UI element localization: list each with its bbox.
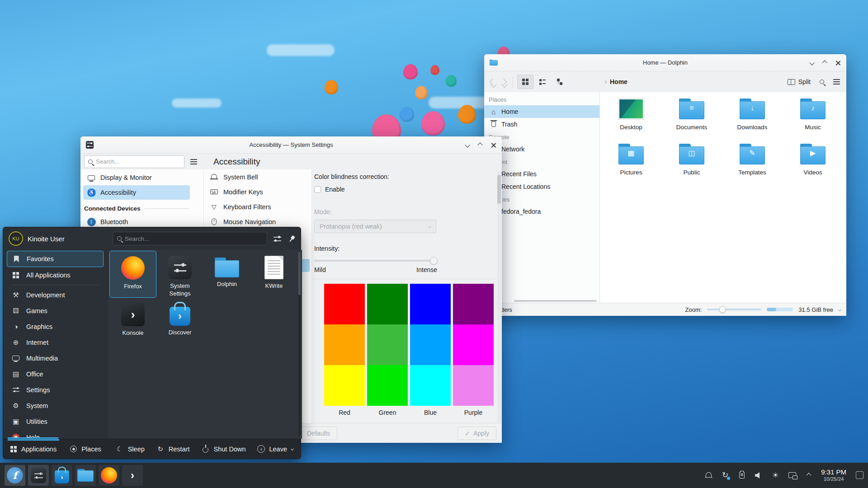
grid-scrollbar[interactable] bbox=[298, 252, 301, 436]
category-internet[interactable]: ⊕ Internet bbox=[7, 334, 104, 350]
subpage-modifier-keys[interactable]: Modifier Keys bbox=[204, 184, 311, 199]
category-system[interactable]: ⚙ System bbox=[7, 398, 104, 413]
places-item-trash[interactable]: Trash bbox=[484, 118, 599, 131]
category-favorites[interactable]: Favorites bbox=[7, 251, 104, 267]
accessibility-icon: ♿ bbox=[87, 188, 96, 197]
app-kwrite[interactable]: KWrite bbox=[250, 251, 297, 298]
launcher-search-box[interactable] bbox=[113, 232, 267, 245]
task-konsole[interactable]: › bbox=[122, 465, 143, 486]
zoom-slider[interactable] bbox=[707, 309, 761, 310]
application-launcher: KU Kinoite User Favorites All Applicatio… bbox=[3, 227, 301, 459]
search-icon bbox=[117, 236, 122, 241]
category-multimedia[interactable]: Multimedia bbox=[7, 350, 104, 366]
icons-view-button[interactable] bbox=[517, 75, 533, 89]
hamburger-menu-icon[interactable] bbox=[190, 161, 197, 162]
back-button[interactable] bbox=[491, 80, 495, 84]
folder-desktop[interactable]: Desktop bbox=[601, 98, 661, 143]
dolphin-titlebar[interactable]: Home — Dolphin bbox=[484, 54, 846, 71]
tab-places[interactable]: Places bbox=[70, 439, 101, 459]
search-icon[interactable] bbox=[820, 80, 824, 84]
settings-search-input[interactable] bbox=[96, 158, 180, 165]
category-utilities[interactable]: ▣ Utilities bbox=[7, 413, 104, 429]
launcher-search-input[interactable] bbox=[125, 235, 263, 242]
forward-button[interactable] bbox=[501, 80, 506, 84]
task-dolphin[interactable] bbox=[75, 465, 96, 486]
zoom-slider-handle[interactable] bbox=[719, 306, 726, 313]
close-icon[interactable] bbox=[835, 60, 841, 66]
maximize-icon[interactable] bbox=[822, 60, 827, 65]
category-graphics[interactable]: ◑ Graphics bbox=[7, 319, 104, 334]
shutdown-button[interactable]: Shut Down bbox=[202, 446, 246, 453]
places-horizontal-scrollbar[interactable] bbox=[514, 300, 597, 302]
app-konsole[interactable]: › Konsole bbox=[109, 298, 156, 345]
disk-usage-bar bbox=[767, 308, 793, 311]
folder-music[interactable]: ♪ Music bbox=[783, 98, 843, 143]
category-settings[interactable]: Settings bbox=[7, 382, 104, 398]
folder-public[interactable]: ◫ Public bbox=[661, 143, 722, 188]
task-system-settings[interactable] bbox=[28, 465, 49, 486]
sidebar-item-accessibility[interactable]: ♿ Accessibility bbox=[83, 185, 190, 200]
sleep-button[interactable]: ☾ Sleep bbox=[116, 445, 145, 453]
sidebar-item-display-monitor[interactable]: Display & Monitor bbox=[83, 170, 190, 185]
split-button[interactable]: Split bbox=[788, 78, 811, 85]
details-view-button[interactable] bbox=[552, 75, 568, 89]
show-desktop-button[interactable] bbox=[856, 471, 863, 479]
category-all-applications[interactable]: All Applications bbox=[7, 267, 104, 283]
panel-separator bbox=[312, 279, 502, 279]
folder-videos[interactable]: ▶ Videos bbox=[783, 143, 843, 188]
app-discover[interactable]: › Discover bbox=[156, 298, 203, 345]
apply-button[interactable]: ✓ Apply bbox=[458, 427, 496, 440]
subpage-keyboard-filters[interactable]: ▽ Keyboard Filters bbox=[204, 199, 311, 214]
settings-titlebar[interactable]: Accessibility — System Settings bbox=[80, 136, 502, 154]
close-icon[interactable] bbox=[491, 142, 496, 148]
task-firefox[interactable] bbox=[99, 465, 119, 486]
avatar[interactable]: KU bbox=[9, 231, 23, 246]
task-discover[interactable]: › bbox=[52, 465, 72, 486]
folder-templates[interactable]: ✎ Templates bbox=[722, 143, 783, 188]
enable-checkbox[interactable] bbox=[314, 186, 321, 193]
free-space-chevron-icon[interactable] bbox=[838, 308, 841, 311]
pin-icon[interactable] bbox=[287, 234, 297, 243]
panel-scrollbar[interactable] bbox=[497, 171, 501, 440]
configure-icon[interactable] bbox=[274, 236, 281, 242]
defaults-button[interactable]: Defaults bbox=[300, 427, 337, 440]
places-item-home[interactable]: ⌂ Home bbox=[484, 105, 599, 118]
app-firefox[interactable]: Firefox bbox=[109, 251, 156, 298]
category-games[interactable]: ⚄ Games bbox=[7, 303, 104, 319]
minimize-icon[interactable] bbox=[465, 142, 470, 147]
intensity-slider-handle[interactable] bbox=[430, 257, 438, 265]
leave-button[interactable]: ‹ Leave bbox=[257, 445, 293, 453]
mode-dropdown[interactable]: Protanopia (red weak) bbox=[314, 220, 436, 233]
brightness-icon[interactable]: ☀ bbox=[771, 471, 780, 480]
compact-view-button[interactable] bbox=[534, 75, 551, 89]
desktop[interactable]: Home — Dolphin Home Split bbox=[0, 0, 868, 488]
app-system-settings[interactable]: System Settings bbox=[156, 251, 203, 298]
color-swatch bbox=[453, 365, 494, 406]
clock[interactable]: 9:31 PM 10/25/24 bbox=[821, 468, 846, 483]
tab-applications[interactable]: Applications bbox=[10, 439, 57, 459]
bookmark-icon bbox=[14, 256, 19, 263]
launcher-button[interactable]: f bbox=[5, 465, 25, 486]
category-development[interactable]: ⚒ Development bbox=[7, 287, 104, 303]
intensity-slider[interactable] bbox=[314, 260, 437, 262]
settings-search-box[interactable] bbox=[84, 155, 184, 168]
folder-downloads[interactable]: ↓ Downloads bbox=[722, 98, 783, 143]
dolphin-window-title: Home — Dolphin bbox=[484, 59, 846, 66]
hamburger-menu-icon[interactable] bbox=[833, 81, 840, 82]
maximize-icon[interactable] bbox=[477, 142, 482, 147]
folder-view[interactable]: Desktop ≡ Documents ↓ Downloads ♪ Music bbox=[600, 92, 846, 303]
folder-documents[interactable]: ≡ Documents bbox=[661, 98, 722, 143]
category-office[interactable]: ▤ Office bbox=[7, 366, 104, 382]
mouse-icon bbox=[212, 218, 217, 225]
updates-icon[interactable]: ↻ bbox=[721, 471, 730, 480]
folder-pictures[interactable]: ▦ Pictures bbox=[601, 143, 661, 188]
launcher-category-list: Favorites All Applications ⚒ Development… bbox=[3, 250, 107, 439]
breadcrumb-home[interactable]: Home bbox=[610, 78, 627, 85]
subpage-system-bell[interactable]: System Bell bbox=[204, 169, 311, 184]
color-column-label: Red bbox=[324, 409, 365, 416]
app-dolphin[interactable]: Dolphin bbox=[203, 251, 250, 298]
breadcrumb[interactable]: Home bbox=[604, 78, 627, 85]
minimize-icon[interactable] bbox=[809, 60, 814, 65]
restart-button[interactable]: ↻ Restart bbox=[156, 445, 190, 453]
leave-chevron-icon[interactable] bbox=[291, 447, 294, 450]
